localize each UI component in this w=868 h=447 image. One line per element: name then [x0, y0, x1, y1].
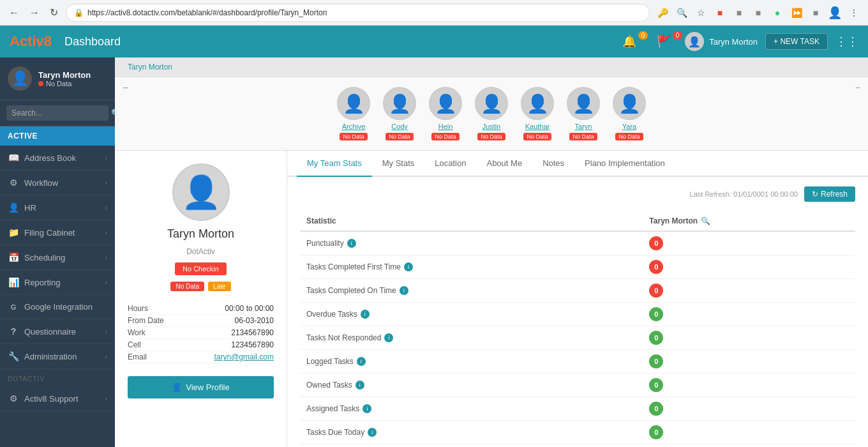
info-icon[interactable]: i	[347, 239, 356, 248]
checkin-status-button[interactable]: No Checkin	[175, 262, 227, 275]
table-row: Tasks Not Responded i 0	[300, 326, 855, 350]
profile-from-date-row: From Date 06-03-2010	[128, 315, 274, 327]
stat-value-cell: 0	[643, 326, 855, 350]
cell-value: 1234567890	[231, 340, 274, 349]
url-bar[interactable]: 🔒 https://activ8.dotactiv.com/betablank/…	[66, 4, 650, 22]
email-value[interactable]: taryn@gmail.com	[214, 352, 274, 361]
sidebar-item-administration[interactable]: 🔧 Administration ›	[0, 344, 115, 369]
extension3-icon[interactable]: ■	[751, 5, 766, 20]
browser-bar: ← → ↻ 🔒 https://activ8.dotactiv.com/beta…	[0, 0, 868, 26]
tab-notes[interactable]: Notes	[532, 151, 574, 177]
breadcrumb-link[interactable]: Taryn Morton	[128, 63, 172, 72]
view-profile-label: View Profile	[186, 383, 229, 392]
password-icon[interactable]: 🔑	[655, 5, 670, 20]
col-search-icon[interactable]: 🔍	[701, 216, 710, 225]
tab-my-stats[interactable]: My Stats	[372, 151, 425, 177]
sidebar-item-google-integration[interactable]: G Google Integration	[0, 295, 115, 319]
team-member-name[interactable]: Kauthar	[525, 123, 550, 130]
expand-icon[interactable]: −	[855, 82, 860, 93]
team-member-name[interactable]: Taryn	[575, 123, 592, 130]
stat-badge: 0	[649, 284, 663, 298]
sidebar-item-reporting[interactable]: 📊 Reporting ›	[0, 270, 115, 295]
info-icon[interactable]: i	[355, 381, 364, 390]
tab-location[interactable]: Location	[424, 151, 476, 177]
chevron-right-icon: ›	[105, 328, 107, 335]
search-input[interactable]	[11, 109, 107, 117]
info-icon[interactable]: i	[361, 310, 370, 319]
info-icon[interactable]: i	[384, 333, 393, 342]
sidebar-item-scheduling[interactable]: 📅 Scheduling ›	[0, 245, 115, 270]
sidebar-item-hr[interactable]: 👤 HR ›	[0, 195, 115, 220]
app-logo: Activ8	[10, 33, 52, 50]
forward-button[interactable]: →	[27, 4, 42, 21]
user-profile-icon[interactable]: 👤	[827, 5, 842, 20]
reporting-icon: 📊	[8, 277, 19, 287]
table-row: Logged Tasks i 0	[300, 350, 855, 374]
team-avatar[interactable]: 👤	[567, 87, 600, 120]
menu-icon[interactable]: ⋮	[846, 5, 862, 20]
team-member-name[interactable]: Cody	[391, 123, 408, 130]
back-button[interactable]: ←	[6, 4, 22, 21]
sidebar-user-info: Taryn Morton No Data	[38, 70, 91, 87]
team-member-name[interactable]: Archive	[342, 123, 366, 130]
view-profile-button[interactable]: 👤 View Profile	[128, 376, 274, 398]
team-member-name[interactable]: Justin	[483, 123, 501, 130]
team-member-name[interactable]: Hein	[438, 123, 453, 130]
info-icon[interactable]: i	[368, 428, 377, 437]
hr-icon: 👤	[8, 202, 19, 213]
stats-header: Last Refresh: 01/01/0001 00:00:00 ↻ Refr…	[300, 186, 855, 202]
sidebar-user: 👤 Taryn Morton No Data	[0, 57, 115, 100]
tab-about-me[interactable]: About Me	[476, 151, 532, 177]
main-content: 👤 Taryn Morton No Data 🔍 Active	[0, 57, 868, 447]
share-button[interactable]: ⋮⋮	[835, 34, 858, 49]
extension1-icon[interactable]: ■	[712, 5, 728, 20]
sidebar-item-address-book[interactable]: 📖 Address Book ›	[0, 146, 115, 170]
refresh-button[interactable]: ↻	[47, 4, 61, 21]
stat-name-text: Tasks Not Responded	[306, 333, 381, 342]
info-icon[interactable]: i	[357, 357, 366, 366]
team-member-name[interactable]: Yara	[622, 123, 636, 130]
info-icon[interactable]: i	[400, 286, 408, 295]
table-row: Tasks Due Today i 0	[300, 421, 855, 444]
scheduling-icon: 📅	[8, 252, 19, 262]
last-refresh-value: 01/01/0001 00:00:00	[733, 190, 798, 198]
messages-button[interactable]: 🚩 0	[650, 34, 677, 49]
sidebar-item-filing-cabinet[interactable]: 📁 Filing Cabinet ›	[0, 220, 115, 245]
team-avatar[interactable]: 👤	[613, 87, 646, 120]
search-icon[interactable]: 🔍	[674, 5, 689, 20]
team-avatar[interactable]: 👤	[383, 87, 416, 120]
extension6-icon[interactable]: ■	[808, 5, 823, 20]
tab-plano-implementation[interactable]: Plano Implementation	[574, 151, 675, 177]
info-icon[interactable]: i	[404, 262, 413, 271]
stat-badge: 0	[649, 378, 663, 392]
team-member-badge: No Data	[340, 133, 367, 140]
extension4-icon[interactable]: ●	[770, 5, 785, 20]
sidebar-item-workflow[interactable]: ⚙ Workflow ›	[0, 170, 115, 195]
star-icon[interactable]: ☆	[693, 5, 708, 20]
new-task-button[interactable]: + NEW TASK	[765, 33, 828, 50]
sidebar-item-activ8-support[interactable]: ⚙ Activ8 Support ›	[0, 386, 115, 411]
profile-cell-row: Cell 1234567890	[128, 339, 274, 351]
notifications-badge: 0	[638, 31, 648, 40]
support-icon: ⚙	[8, 393, 19, 404]
info-icon[interactable]: i	[363, 404, 371, 413]
sidebar-item-questionnaire[interactable]: ? Questionnaire ›	[0, 319, 115, 344]
team-avatar[interactable]: 👤	[337, 87, 370, 120]
team-avatar[interactable]: 👤	[521, 87, 554, 120]
table-row: Punctuality i 0	[300, 231, 855, 255]
profile-info: Hours 00:00 to 00:00 From Date 06-03-201…	[128, 303, 274, 363]
collapse-icon[interactable]: −	[123, 82, 128, 94]
profile-email-row: Email taryn@gmail.com	[128, 351, 274, 363]
tab-my-team-stats[interactable]: My Team Stats	[297, 151, 372, 177]
chevron-right-icon: ›	[105, 395, 107, 402]
sidebar: 👤 Taryn Morton No Data 🔍 Active	[0, 57, 115, 447]
stat-name-cell: Assigned Tasks i	[300, 397, 643, 421]
notifications-button[interactable]: 🔔 0	[616, 34, 643, 49]
team-avatar[interactable]: 👤	[429, 87, 462, 120]
team-avatar[interactable]: 👤	[475, 87, 508, 120]
refresh-button[interactable]: ↻ Refresh	[804, 186, 855, 202]
extension2-icon[interactable]: ■	[731, 5, 747, 20]
profile-panel: 👤 Taryn Morton DotActiv No Checkin No Da…	[115, 151, 287, 447]
extension5-icon[interactable]: ⏩	[789, 5, 804, 20]
user-nav-name: Taryn Morton	[709, 37, 758, 47]
